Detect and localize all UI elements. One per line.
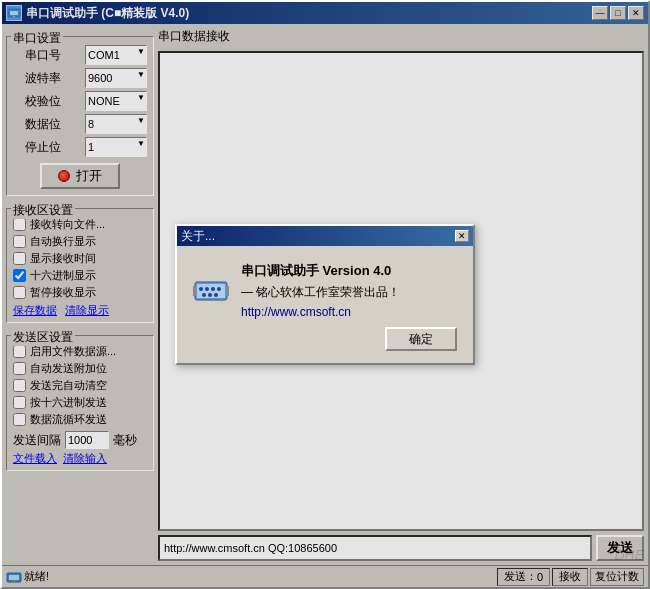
svg-point-11 (217, 287, 221, 291)
modal-text-block: 串口调试助手 Version 4.0 — 铭心软体工作室荣誉出品！ http:/… (241, 262, 400, 319)
modal-title-bar: 关于... ✕ (177, 226, 473, 246)
modal-tagline: — 铭心软体工作室荣誉出品！ (241, 284, 400, 301)
serial-port-icon (193, 276, 229, 306)
svg-rect-15 (193, 286, 196, 296)
modal-title: 关于... (181, 228, 215, 245)
svg-point-9 (205, 287, 209, 291)
svg-point-14 (214, 293, 218, 297)
modal-ok-button[interactable]: 确定 (385, 327, 457, 351)
main-window: 串口调试助手 (C■精装版 V4.0) — □ ✕ 串口设置 串口号 COM1 (0, 0, 650, 589)
modal-version: 串口调试助手 Version 4.0 (241, 262, 400, 280)
modal-url: http://www.cmsoft.cn (241, 305, 400, 319)
modal-close-button[interactable]: ✕ (455, 230, 469, 242)
modal-body: 串口调试助手 Version 4.0 — 铭心软体工作室荣誉出品！ http:/… (177, 246, 473, 363)
svg-rect-16 (226, 286, 229, 296)
modal-overlay: 关于... ✕ (2, 2, 648, 587)
svg-point-12 (202, 293, 206, 297)
svg-point-13 (208, 293, 212, 297)
svg-point-8 (199, 287, 203, 291)
about-dialog: 关于... ✕ (175, 224, 475, 365)
svg-point-10 (211, 287, 215, 291)
modal-content-row: 串口调试助手 Version 4.0 — 铭心软体工作室荣誉出品！ http:/… (193, 262, 457, 319)
